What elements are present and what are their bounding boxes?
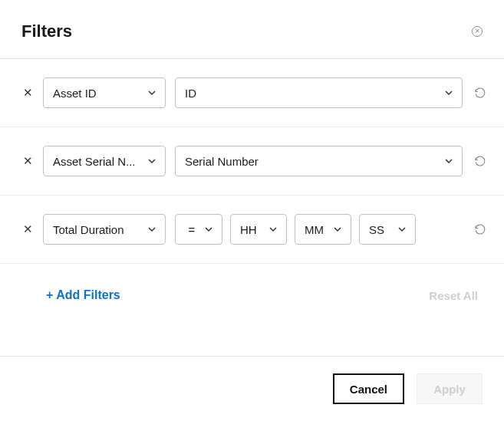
field-select[interactable]: Asset Serial N... [43,146,166,176]
close-button[interactable]: ✕ [472,26,483,37]
close-icon: ✕ [23,222,33,236]
filter-row: ✕ Total Duration = HH [0,196,504,264]
hours-label: HH [240,223,257,236]
panel-title: Filters [21,21,72,41]
remove-filter-button[interactable]: ✕ [21,223,34,235]
field-label: Asset ID [53,87,97,100]
undo-icon [473,86,487,100]
chevron-down-icon [148,159,156,163]
add-filters-button[interactable]: + Add Filters [46,288,120,302]
field-select[interactable]: Total Duration [43,214,166,245]
operator-label: = [185,223,199,236]
value-select[interactable]: Serial Number [175,146,463,176]
close-icon: ✕ [23,154,33,168]
value-label: ID [185,87,196,100]
undo-icon [473,222,487,236]
filter-row: ✕ Asset Serial N... Serial Number [0,127,504,196]
operator-select[interactable]: = [175,214,222,245]
cancel-button[interactable]: Cancel [333,373,404,404]
filters-panel: Filters ✕ ✕ Asset ID ID [0,0,504,421]
reset-row-button[interactable] [472,84,489,101]
panel-body: ✕ Asset ID ID ✕ [0,58,504,356]
chevron-down-icon [205,227,212,232]
chevron-down-icon [148,227,156,232]
chevron-down-icon [398,227,406,232]
value-select[interactable]: ID [175,77,463,108]
undo-icon [473,154,487,168]
value-label: Serial Number [185,155,259,168]
remove-filter-button[interactable]: ✕ [21,155,34,167]
field-select[interactable]: Asset ID [43,77,166,108]
panel-header: Filters ✕ [0,0,504,58]
seconds-label: SS [369,223,384,236]
panel-footer: Cancel Apply [0,356,504,421]
reset-row-button[interactable] [472,153,489,169]
minutes-select[interactable]: MM [295,214,351,245]
reset-all-button[interactable]: Reset All [429,289,478,302]
reset-row-button[interactable] [472,221,489,238]
hours-select[interactable]: HH [230,214,287,245]
filter-row: ✕ Asset ID ID [0,59,504,127]
field-label: Asset Serial N... [53,155,136,168]
close-icon: ✕ [475,28,480,35]
apply-button[interactable]: Apply [417,373,483,404]
close-icon: ✕ [23,86,33,100]
remove-filter-button[interactable]: ✕ [21,87,34,99]
minutes-label: MM [305,223,324,236]
field-label: Total Duration [53,223,124,236]
chevron-down-icon [445,90,453,95]
chevron-down-icon [334,227,341,232]
chevron-down-icon [269,227,277,232]
seconds-select[interactable]: SS [359,214,416,245]
chevron-down-icon [148,90,156,95]
chevron-down-icon [445,159,453,163]
filter-actions: + Add Filters Reset All [0,264,504,321]
duration-value-group: = HH MM SS [175,214,463,245]
